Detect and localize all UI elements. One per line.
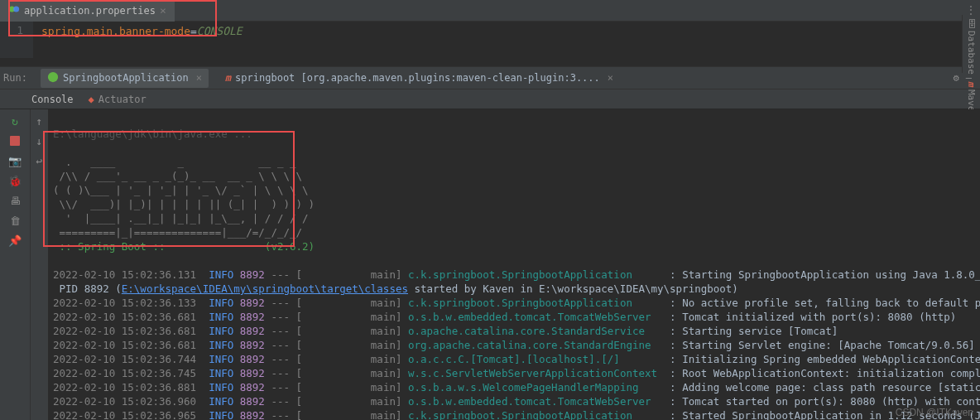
tab-actuator[interactable]: ◆Actuator [89, 94, 147, 105]
run-sidebar-left: ↻ 📷 🐞 🖶 🗑 📌 [0, 109, 30, 420]
camera-icon[interactable]: 📷 [8, 154, 22, 167]
maven-icon: m [225, 72, 231, 84]
close-icon[interactable]: × [604, 72, 613, 84]
banner-line: \\/ ___)| |_)| | | | | || (_| | ) ) ) ) [53, 198, 315, 210]
banner-line: ( ( )\___ | '_ | '_| | '_ \/ _` | \ \ \ … [53, 184, 309, 196]
actuator-icon: ◆ [89, 94, 94, 105]
print-icon[interactable]: 🖶 [8, 194, 22, 207]
banner-line: ' |____| .__|_| |_|_| |_\__, | / / / / [53, 212, 309, 224]
tab-label: application.properties [24, 5, 156, 17]
properties-file-icon [8, 3, 20, 17]
down-icon[interactable]: ↓ [33, 134, 46, 147]
watermark: CSDN @ITKaven [896, 407, 973, 418]
rerun-icon[interactable]: ↻ [8, 114, 22, 128]
editor-body: 1 spring.main.banner-mode=CONSOLE [0, 22, 980, 66]
run-header: Run: SpringbootApplication × m springboo… [0, 66, 980, 89]
editor-tab-application-properties[interactable]: application.properties × [0, 0, 175, 22]
run-label: Run: [3, 72, 31, 84]
pin-icon[interactable]: 📌 [8, 234, 22, 247]
up-icon[interactable]: ↑ [33, 114, 46, 128]
line-number: 1 [0, 22, 33, 40]
debug-icon[interactable]: 🐞 [8, 174, 22, 187]
soft-wrap-icon[interactable]: ↩ [33, 154, 46, 167]
svg-point-1 [13, 7, 19, 12]
close-icon[interactable]: × [193, 72, 202, 84]
editor-tabs: application.properties × [0, 0, 980, 22]
console-cmd: E:\language\jdk\bin\java.exe ... [53, 128, 252, 140]
banner-line: . ____ _ __ _ _ [53, 156, 296, 168]
run-config-label: springboot [org.apache.maven.plugins:mav… [235, 72, 600, 84]
run-config-maven[interactable]: m springboot [org.apache.maven.plugins:m… [219, 70, 620, 86]
spring-boot-version-line: :: Spring Boot :: (v2.6.2) [53, 240, 315, 253]
stop-icon[interactable] [8, 134, 22, 147]
editor-pane: application.properties × 1 spring.main.b… [0, 0, 980, 66]
tab-close-icon[interactable]: × [160, 4, 166, 17]
run-body: ↻ 📷 🐞 🖶 🗑 📌 ↑ ↓ ↩ E:\language\jdk\bin\ja… [0, 109, 980, 420]
console-output[interactable]: E:\language\jdk\bin\java.exe ... . ____ … [48, 109, 980, 420]
run-panel: Run: SpringbootApplication × m springboo… [0, 66, 980, 420]
run-sidebar-left2: ↑ ↓ ↩ [30, 109, 48, 420]
tool-database[interactable]: 🗄Database [966, 19, 977, 75]
delete-icon[interactable]: 🗑 [8, 214, 22, 227]
banner-line: =========|_|==============|___/=/_/_/_/ [53, 226, 302, 239]
run-config-label: SpringbootApplication [63, 72, 189, 84]
settings-icon[interactable]: ⚙ [954, 72, 959, 84]
tab-console[interactable]: Console [31, 94, 74, 105]
banner-line: /\\ / ___'_ __ _ _(_)_ __ __ _ \ \ \ \ [53, 170, 302, 182]
right-tool-window-bar: 🗄Database mMaven [962, 15, 980, 73]
property-value: CONSOLE [197, 25, 243, 37]
code-line-1[interactable]: 1 spring.main.banner-mode=CONSOLE [0, 22, 980, 40]
run-config-springboot[interactable]: SpringbootApplication × [41, 69, 209, 88]
svg-point-2 [48, 71, 58, 81]
code-text: spring.main.banner-mode=CONSOLE [33, 25, 243, 37]
spring-icon [47, 71, 59, 85]
run-tabs: Console ◆Actuator [0, 89, 980, 109]
property-key: spring.main.banner-mode [41, 25, 190, 37]
